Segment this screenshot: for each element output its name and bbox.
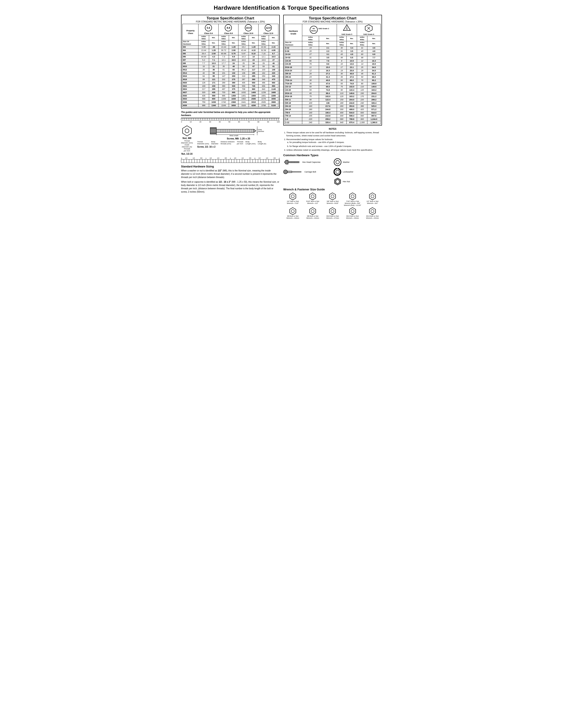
- common-hw-title: Common Hardware Types: [283, 154, 382, 157]
- metric-row-17-cell-8: 3980: [269, 101, 278, 104]
- sae-row-3-cell-0: 10-32: [285, 56, 302, 60]
- lockwasher-icon: [334, 168, 342, 176]
- metric-row-8-cell-4: 132: [229, 71, 238, 75]
- sae-row-22-cell-5: 900: [357, 118, 368, 121]
- metric-row-0-cell-3: 13.44: [218, 46, 229, 49]
- note-2b: for flange whizlock nuts and screws - us…: [290, 145, 382, 148]
- metric-row-14-cell-0: M27: [182, 91, 198, 94]
- metric-row-18-cell-5: 3163: [238, 104, 249, 107]
- hardware-diagrams: Nut, M8 ThreadDiameter (mm) InsideDiamet…: [181, 125, 280, 155]
- metric-col-inlbs4: in/lbsft/lbs: [258, 35, 269, 40]
- metric-row-3-cell-5: 10.3: [238, 55, 249, 59]
- metric-inlbs-sub1: in/lbsft/lbs: [198, 40, 209, 46]
- metric-row-1-cell-1: 13.44: [198, 49, 209, 52]
- ruler-label-50: 50: [228, 121, 230, 123]
- metric-row-9-cell-1: 64: [198, 75, 209, 78]
- wrench-item-7/16: 7/16" Bolt or NutWrench (Bolt)—5/8"Wrenc…: [343, 192, 362, 206]
- sae-row-8-cell-4: 40.8: [347, 72, 357, 76]
- sae-row-6-cell-3: 17: [337, 66, 347, 69]
- note-2a: for prevailing torque locknuts - use 65%…: [290, 141, 382, 144]
- metric-nm-sub1: Nm.: [209, 40, 218, 46]
- metric-row-7-cell-3: 61: [218, 68, 229, 72]
- metric-row-5-cell-3: 17.7: [218, 62, 229, 65]
- metric-row-5-cell-7: 29: [258, 62, 269, 65]
- metric-row-10-cell-8: 470: [269, 78, 278, 81]
- sae-row-8-cell-3: 30: [337, 72, 347, 76]
- metric-row-10-cell-3: 202: [218, 78, 229, 81]
- metric-row-6-cell-3: 35: [218, 65, 229, 68]
- svg-rect-38: [288, 161, 299, 163]
- wrench-label-1/4: 1/4" Bolt or NutWrench—7/16": [287, 200, 299, 204]
- sae-row-3-cell-3: 49: [337, 56, 347, 60]
- washer-item: Washer: [334, 158, 382, 166]
- sae-chart-subtitle: FOR STANDARD MACHINE HARDWARE (Tolerance…: [285, 21, 381, 23]
- metric-row-5-cell-1: 7.7: [198, 62, 209, 65]
- svg-text:Body Length: Body Length: [229, 135, 238, 136]
- class56-icon: 5.6: [205, 24, 212, 31]
- metric-row-17-cell-3: 1740: [218, 101, 229, 104]
- sae8-header: SAE Grade 8: [357, 24, 381, 36]
- wrench-item-m8: M8 Bolt or NutWrench—13mm: [303, 207, 322, 219]
- washer-label: Washer: [343, 161, 350, 163]
- metric-row-16-cell-3: 1349: [218, 98, 229, 101]
- sae-row-17-cell-3: 180: [337, 101, 347, 105]
- metric-row-3-cell-2: 4.3: [209, 55, 218, 59]
- svg-marker-69: [290, 208, 296, 215]
- metric-row-9-cell-3: 147: [218, 75, 229, 78]
- sae-row-14-cell-2: 88.4: [319, 92, 337, 95]
- metric-row-5-cell-6: 34: [249, 62, 258, 65]
- metric-row-2-cell-3: 60.96: [218, 52, 229, 55]
- svg-rect-49: [292, 171, 301, 172]
- wrench-label-5/16: 5/16" Bolt or NutWrench—1/2": [306, 200, 319, 204]
- sae-row-16-cell-1: 90: [302, 98, 319, 101]
- wrench-guide-section: Wrench & Fastener Size Guide 1/4" Bolt o…: [283, 188, 382, 219]
- metric-row-7-cell-8: 140: [269, 68, 278, 72]
- sae-row-2-cell-2: 3.1: [319, 53, 337, 56]
- metric-col-inlbs1: in/lbsft/lbs: [198, 35, 209, 40]
- metric-row-5-cell-4: 24: [229, 62, 238, 65]
- ruler-label-30: 30: [209, 121, 211, 123]
- metric-row-0-cell-2: .56: [209, 46, 218, 49]
- screw-m8-label: Screw, M8- 1.25 x 25: [197, 137, 280, 140]
- sae-row-1-cell-6: 4.9: [368, 50, 381, 53]
- note-2-sub: for prevailing torque locknuts - use 65%…: [287, 141, 382, 148]
- wrench-label-7/16: 7/16" Bolt or NutWrench (Bolt)—5/8"Wrenc…: [344, 200, 361, 206]
- class129-header: 12.9 Class 12.9: [258, 24, 278, 35]
- wrench-guide-title: Wrench & Fastener Size Guide: [283, 188, 382, 191]
- metric-row-12-cell-5: 559: [238, 84, 249, 88]
- metric-inlbs-sub3: in/lbsft/lbs: [238, 40, 249, 46]
- metric-row-0-cell-4: 1.28: [229, 46, 238, 49]
- sae-row-13-cell-0: 1/2-20: [285, 88, 302, 92]
- sae-row-19-cell-6: 571.2: [368, 108, 381, 111]
- svg-point-62: [311, 195, 314, 198]
- sae-row-18-cell-5: 386: [357, 105, 368, 108]
- sae-row-20-cell-0: 7/8-9: [285, 111, 302, 114]
- washer-icon: [334, 158, 342, 166]
- guide-text: The guides and ruler furnished below are…: [181, 111, 280, 117]
- sae-row-2-cell-5: 60: [357, 53, 368, 56]
- metric-torque-chart: Torque Specification Chart FOR STANDARD …: [181, 15, 280, 109]
- wrench-1/4-icon: [289, 192, 297, 200]
- sae-row-4-cell-1: 66: [302, 59, 319, 63]
- metric-row-10-cell-2: 121: [209, 78, 218, 81]
- ruler-label-90: 90: [267, 121, 269, 123]
- sae-row-12-cell-1: 50: [302, 85, 319, 89]
- hex-capscrew-label: Hex Head Capscrew: [302, 161, 321, 163]
- metric-row-13-cell-7: 840: [258, 88, 269, 91]
- notes-section: NOTES These torque values are to be used…: [283, 128, 382, 151]
- metric-row-5-cell-0: M8: [182, 62, 198, 65]
- metric-col-nm4: Nm.: [269, 35, 278, 40]
- metric-row-18-cell-7: 3798: [258, 104, 269, 107]
- left-column: Torque Specification Chart FOR STANDARD …: [181, 15, 280, 195]
- sae-row-4-cell-5: 12: [357, 59, 368, 63]
- ruler-label-60: 60: [238, 121, 240, 123]
- carriage-bolt-label: Carriage Bolt: [305, 171, 316, 173]
- sae-row-19-cell-0: 3/4-16: [285, 108, 302, 111]
- sae8-icon: [365, 24, 373, 32]
- metric-row-16-cell-1: 590: [198, 98, 209, 101]
- metric-row-18-cell-0: M39: [182, 104, 198, 107]
- wrench-m8-icon: [309, 207, 317, 215]
- sae-row-0-cell-2: 2.1: [319, 46, 337, 50]
- class88-icon: 8.8: [225, 24, 232, 31]
- nut-half-label: Nut, 1/2-16: [181, 153, 193, 155]
